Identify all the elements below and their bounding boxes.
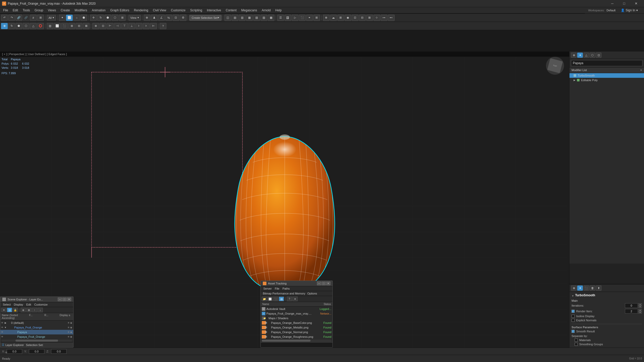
- menu-customize[interactable]: Customize: [169, 8, 188, 13]
- at-tb-close-all[interactable]: ✕: [292, 297, 298, 301]
- at-minimize-btn[interactable]: ─: [317, 282, 321, 285]
- close-button[interactable]: ✕: [630, 0, 642, 7]
- mp-tb1[interactable]: ⊕: [571, 285, 577, 291]
- iterations-value[interactable]: 0: [625, 303, 638, 308]
- object-name-field[interactable]: Papaya: [571, 60, 642, 66]
- menu-help[interactable]: Help: [273, 8, 284, 13]
- rotate-button[interactable]: ↻: [97, 15, 104, 21]
- mp-tb5[interactable]: ⬆: [596, 285, 601, 291]
- at-scrollbar[interactable]: [262, 340, 331, 342]
- se-scrollbar[interactable]: [1, 340, 72, 342]
- mp-tb3[interactable]: ⬛: [583, 285, 589, 291]
- spinner-snap[interactable]: ⊡: [173, 15, 179, 21]
- rp-tb5[interactable]: ⊡: [596, 53, 601, 58]
- iterations-down[interactable]: ▼: [638, 306, 642, 308]
- render-iters-checkbox[interactable]: ✓: [572, 310, 575, 313]
- at-bitmap-perf[interactable]: Bitmap Performance and Memory: [262, 292, 306, 295]
- menu-create[interactable]: Create: [59, 8, 72, 13]
- at-options[interactable]: Options: [306, 292, 318, 295]
- se-expand-0[interactable]: ▶: [4, 322, 7, 324]
- menu-animation[interactable]: Animation: [90, 8, 108, 13]
- material-editor[interactable]: ⚭: [306, 15, 313, 21]
- x-input[interactable]: 0.0: [7, 349, 22, 354]
- se-eye-2[interactable]: 👁: [0, 330, 4, 334]
- render-iters-down[interactable]: ▼: [638, 311, 642, 314]
- se-menu-select[interactable]: Select: [1, 303, 12, 306]
- se-tb-filter[interactable]: ▤: [7, 308, 12, 312]
- at-tb1[interactable]: 📁: [262, 297, 267, 301]
- extra3[interactable]: ⊞: [337, 15, 344, 21]
- minimize-button[interactable]: ─: [606, 0, 618, 7]
- menu-civil-view[interactable]: Civil View: [151, 8, 168, 13]
- render-iters-spinner[interactable]: ▲ ▼: [638, 309, 642, 314]
- sign-in-button[interactable]: 👤 Sign In ▾: [618, 8, 641, 13]
- se-tb-add[interactable]: ⊕: [21, 308, 26, 312]
- y-input[interactable]: 0.0: [29, 349, 44, 354]
- z-input[interactable]: 0.0: [51, 349, 67, 354]
- at-row-basecolor[interactable]: 🖼 Papaya_Orange_BaseColor.png Found: [261, 321, 332, 325]
- render-iters-value[interactable]: 2: [625, 309, 638, 314]
- se-close-btn[interactable]: ✕: [67, 298, 71, 301]
- menu-modifiers[interactable]: Modifiers: [72, 8, 89, 13]
- se-eye-1[interactable]: 👁: [0, 326, 4, 329]
- align2-button[interactable]: ▥: [239, 15, 246, 21]
- se-tb-arrow-up[interactable]: ↑: [32, 308, 37, 312]
- extra1[interactable]: ⊕: [323, 15, 330, 21]
- se-row-0[interactable]: 👁 ▶ 0 (default) ❄ ◉: [0, 321, 73, 325]
- menu-file[interactable]: File: [1, 8, 10, 13]
- create-selection-set-button[interactable]: Create Selection Set ▾: [189, 15, 222, 21]
- extra8[interactable]: ⊹: [373, 15, 380, 21]
- isoline-checkbox[interactable]: [572, 315, 575, 318]
- se-menu-display[interactable]: Display: [12, 303, 25, 306]
- at-row-vault[interactable]: V Autodesk Vault Logged...: [261, 307, 332, 311]
- scale-button[interactable]: ⬟: [104, 15, 111, 21]
- at-menu-paths[interactable]: Paths: [281, 287, 291, 290]
- se-tb-close[interactable]: ✕: [1, 308, 6, 312]
- align-button[interactable]: ▤: [232, 15, 238, 21]
- rp-tb3[interactable]: △: [583, 53, 589, 58]
- at-tb2[interactable]: ⬜: [267, 297, 273, 301]
- materials-checkbox[interactable]: [575, 339, 578, 342]
- at-row-maps[interactable]: 📁 Maps / Shaders: [261, 316, 332, 321]
- se-row-2[interactable]: 👁 Papaya ❄ ◉: [0, 330, 73, 334]
- extra4[interactable]: ◉: [345, 15, 351, 21]
- menu-graph-editors[interactable]: Graph Editors: [108, 8, 131, 13]
- move-button[interactable]: ✛: [90, 15, 97, 21]
- hierarchy-button[interactable]: ⊞: [37, 15, 44, 21]
- render-explorer[interactable]: ⊞: [313, 15, 320, 21]
- placement-button[interactable]: ⊞: [119, 15, 126, 21]
- select-region-button[interactable]: ⬜: [66, 15, 73, 21]
- se-scrollbar-thumb[interactable]: [15, 340, 58, 342]
- maximize-button[interactable]: □: [618, 0, 630, 7]
- se-expand-1[interactable]: ▼: [4, 326, 7, 329]
- align4-button[interactable]: ▧: [253, 15, 260, 21]
- se-tb-lock[interactable]: 🔒: [13, 308, 18, 312]
- extra5[interactable]: ⊡: [352, 15, 358, 21]
- mirror-button[interactable]: ◫: [224, 15, 231, 21]
- smoothing-groups-checkbox[interactable]: [575, 343, 578, 346]
- menu-views[interactable]: Views: [46, 8, 58, 13]
- modifier-turbosmooth[interactable]: TurboSmooth: [569, 73, 644, 78]
- render-frame[interactable]: ⬛: [299, 15, 306, 21]
- menu-tools[interactable]: Tools: [21, 8, 32, 13]
- at-menu-server[interactable]: Server: [262, 287, 273, 290]
- at-tb4[interactable]: ▤: [279, 297, 284, 301]
- iterations-spinner[interactable]: ▲ ▼: [638, 303, 642, 308]
- filter-dropdown[interactable]: All ▾: [47, 15, 56, 21]
- unlink-button[interactable]: 🔗: [23, 15, 29, 21]
- ts-collapse-arrow[interactable]: ▼: [572, 294, 574, 297]
- se-row-1[interactable]: 👁 ▼ Papaya_Fruit_Orange ❄ ◉: [0, 325, 73, 330]
- rp-tb2[interactable]: ✦: [577, 53, 583, 58]
- se-menu-customize[interactable]: Customize: [33, 303, 49, 306]
- lasso-button[interactable]: ○: [73, 15, 80, 21]
- render-setup[interactable]: 🖼: [284, 15, 291, 21]
- smooth-result-checkbox[interactable]: ✓: [572, 330, 575, 333]
- extra9[interactable]: ⊶: [381, 15, 387, 21]
- se-tb-arrow-down[interactable]: ↓: [38, 308, 43, 312]
- scale2-button[interactable]: ⬡: [112, 15, 118, 21]
- at-close-btn[interactable]: ✕: [326, 282, 330, 285]
- se-menu-edit[interactable]: Edit: [25, 303, 33, 306]
- align5-button[interactable]: ▨: [260, 15, 267, 21]
- link-button[interactable]: 🔗: [15, 15, 22, 21]
- se-restore-btn[interactable]: □: [62, 298, 67, 301]
